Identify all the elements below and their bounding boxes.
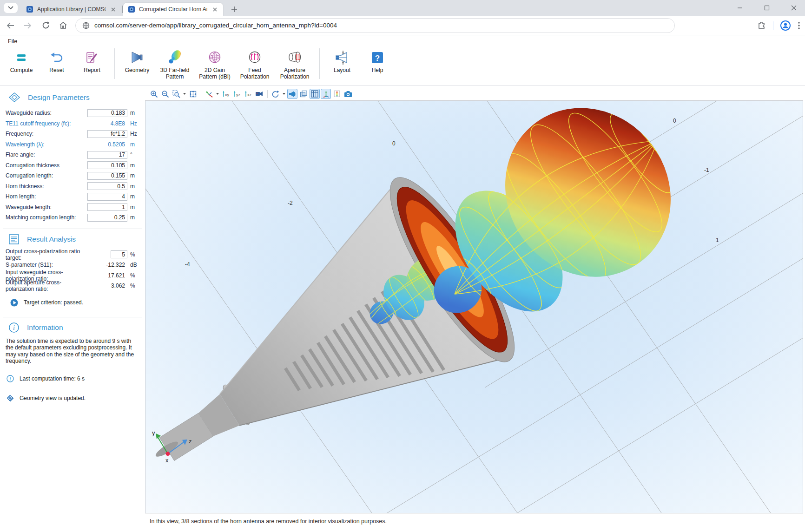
param-row: Flare angle:° <box>0 150 145 160</box>
corrugation-thickness-input[interactable] <box>87 161 127 169</box>
zoom-box-button[interactable] <box>171 89 181 99</box>
chevron-down-icon <box>8 6 13 10</box>
new-tab-button[interactable] <box>229 4 240 15</box>
waveguide-radius-input[interactable] <box>87 109 127 117</box>
layout-button[interactable]: Layout <box>324 46 360 73</box>
home-icon <box>59 21 67 29</box>
horn-thickness-input[interactable] <box>87 182 127 190</box>
scene-camera-button[interactable] <box>254 89 264 99</box>
view-yz-button[interactable]: yz <box>232 89 242 99</box>
menu-dots-icon[interactable] <box>798 21 800 30</box>
view-xy-icon: xy <box>222 90 231 98</box>
zoom-box-dropdown[interactable] <box>182 89 187 99</box>
triad-z-label: z <box>189 438 191 445</box>
axis-label: 1 <box>716 237 719 243</box>
result-unit: dB <box>130 262 140 268</box>
design-parameters-header: Design Parameters <box>8 92 145 103</box>
aperture-polarization-icon <box>286 51 303 65</box>
param-unit: Hz <box>130 120 140 127</box>
3d-viewport[interactable]: 0 -2 -4 0 -1 1 <box>145 100 803 513</box>
frequency-input[interactable] <box>87 130 127 138</box>
go-to-default-view-button[interactable] <box>204 89 214 99</box>
result-unit: % <box>130 272 140 279</box>
far-field-lobe-main <box>424 101 704 331</box>
go-to-view-dropdown[interactable] <box>215 89 220 99</box>
param-row: Frequency:Hz <box>0 129 145 139</box>
cross-polarization-target-input[interactable] <box>111 250 127 258</box>
geometry-updated-row: Geometry view is updated. <box>7 394 145 402</box>
axis-label: 0 <box>392 140 396 147</box>
profile-avatar-icon[interactable] <box>780 20 791 31</box>
divider <box>0 85 805 86</box>
zoom-in-button[interactable] <box>149 89 159 99</box>
reset-button[interactable]: Reset <box>39 46 74 73</box>
zoom-extents-button[interactable] <box>188 89 198 99</box>
minimize-button[interactable] <box>733 1 746 14</box>
param-unit: m <box>130 193 140 200</box>
app-menubar: File <box>0 35 805 46</box>
color-legend-toggle[interactable] <box>332 89 342 99</box>
geometry-button[interactable]: Geometry <box>119 46 155 73</box>
info-circle-icon: i <box>7 375 14 382</box>
back-button[interactable] <box>3 18 18 33</box>
grid-toggle[interactable] <box>310 89 320 99</box>
waveguide-length-input[interactable] <box>87 203 127 211</box>
help-icon: ? <box>370 51 384 65</box>
view-xy-button[interactable]: xy <box>221 89 231 99</box>
report-button[interactable]: Report <box>74 46 110 73</box>
compute-button[interactable]: Compute <box>4 46 39 73</box>
tab-application-library[interactable]: Application Library | COMSOL S <box>21 3 121 16</box>
input-cross-polarization-value: 17.621 <box>87 272 127 279</box>
param-unit: m <box>130 204 140 210</box>
output-cross-polarization-value: 3.062 <box>87 282 127 289</box>
gain-pattern-icon <box>207 51 223 65</box>
geometry-icon <box>129 51 145 65</box>
result-label: Output cross-polarization ratio target: <box>6 248 87 261</box>
matching-corrugation-length-input[interactable] <box>87 214 127 222</box>
close-button[interactable] <box>787 1 800 14</box>
param-unit: m <box>130 141 140 148</box>
snapshot-button[interactable] <box>343 89 353 99</box>
window-controls <box>733 0 800 16</box>
rotate-button[interactable] <box>271 89 281 99</box>
tab-horn-antenna[interactable]: Corrugated Circular Horn Anten <box>123 3 223 16</box>
browser-window: Application Library | COMSOL S Corrugate… <box>0 0 805 532</box>
transparency-toggle[interactable] <box>298 89 309 99</box>
axis-label: 0 <box>673 118 676 124</box>
far-field-pattern-icon <box>167 50 183 65</box>
extensions-icon[interactable] <box>757 21 766 30</box>
file-menu[interactable]: File <box>6 37 19 46</box>
axis-label: -4 <box>185 261 190 268</box>
home-button[interactable] <box>56 18 71 33</box>
aperture-polarization-button[interactable]: Aperture Polarization <box>275 46 315 80</box>
rotate-dropdown[interactable] <box>282 89 286 99</box>
corrugation-length-input[interactable] <box>87 172 127 180</box>
horn-length-input[interactable] <box>87 193 127 201</box>
tab-close-icon[interactable] <box>109 6 117 13</box>
information-header: i Information <box>8 322 145 333</box>
show-plot-toggle[interactable] <box>321 89 331 99</box>
zoom-out-button[interactable] <box>160 89 170 99</box>
feed-polarization-button[interactable]: Feed Polarization <box>235 46 275 80</box>
tab-close-icon[interactable] <box>211 6 218 13</box>
go-to-view-icon <box>205 90 213 98</box>
flare-angle-input[interactable] <box>87 151 127 159</box>
gain-pattern-button[interactable]: 2D Gain Pattern (dBi) <box>195 46 235 80</box>
maximize-button[interactable] <box>760 1 773 14</box>
show-geometry-toggle[interactable] <box>287 89 297 99</box>
reload-icon <box>42 21 50 29</box>
param-row: Wavelength (λ):0.5205m <box>0 139 145 150</box>
forward-button[interactable] <box>20 18 35 33</box>
url-bar[interactable]: comsol.com/server-demo/app/library_corru… <box>75 18 675 33</box>
far-field-pattern-button[interactable]: 3D Far-field Pattern <box>155 46 195 80</box>
result-label: S-parameter (S11): <box>6 262 87 268</box>
help-button[interactable]: ? Help <box>360 46 395 73</box>
chevron-down-icon <box>183 93 186 95</box>
feed-polarization-icon <box>247 51 263 65</box>
play-icon <box>10 299 18 307</box>
triad-x-label: x <box>165 457 169 464</box>
view-xz-button[interactable]: xz <box>243 89 253 99</box>
tab-search-button[interactable] <box>4 3 18 13</box>
section-title: Result Analysis <box>27 235 76 243</box>
reload-button[interactable] <box>38 18 53 33</box>
